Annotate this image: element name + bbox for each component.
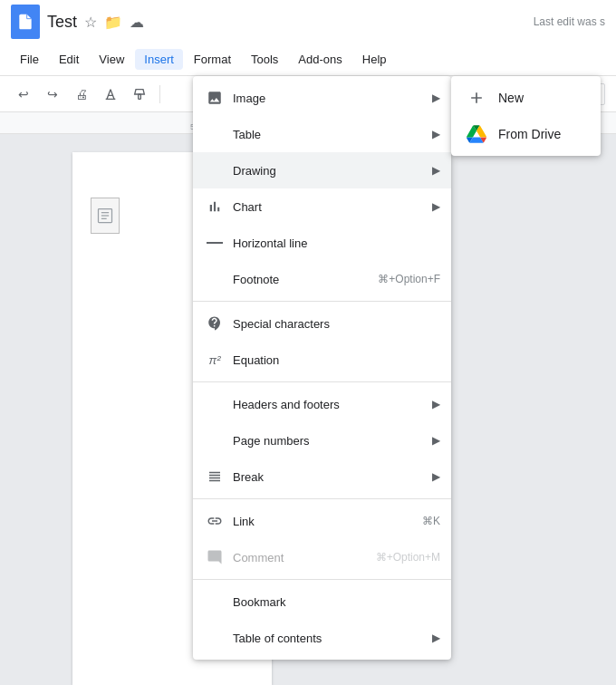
title-icons: ☆ 📁 ☁ bbox=[84, 14, 144, 31]
paint-format-button[interactable] bbox=[127, 82, 152, 107]
undo-button[interactable]: ↩ bbox=[11, 82, 36, 107]
cloud-icon[interactable]: ☁ bbox=[130, 14, 144, 31]
chart-arrow: ▶ bbox=[432, 200, 440, 213]
footnote-label: Footnote bbox=[233, 273, 378, 286]
page-lines-icon bbox=[91, 198, 120, 234]
menu-entry-break[interactable]: Break ▶ bbox=[193, 458, 451, 495]
redo-button[interactable]: ↪ bbox=[40, 82, 65, 107]
menu-entry-link[interactable]: Link ⌘K bbox=[193, 503, 451, 539]
new-icon bbox=[466, 87, 487, 109]
image-arrow: ▶ bbox=[432, 92, 440, 104]
submenu-entry-from-drive[interactable]: From Drive bbox=[451, 116, 601, 152]
menu-entry-headers-footers[interactable]: Headers and footers ▶ bbox=[193, 386, 451, 422]
footnote-shortcut: ⌘+Option+F bbox=[378, 273, 440, 285]
image-label: Image bbox=[233, 92, 432, 105]
from-drive-label: From Drive bbox=[498, 127, 561, 141]
special-chars-icon bbox=[204, 313, 226, 334]
break-arrow: ▶ bbox=[432, 470, 440, 483]
drawing-arrow: ▶ bbox=[432, 164, 440, 177]
toc-label: Table of contents bbox=[233, 632, 432, 645]
star-icon[interactable]: ☆ bbox=[84, 14, 97, 31]
footnote-icon-placeholder bbox=[204, 268, 226, 290]
divider-3 bbox=[193, 498, 451, 499]
last-edit-status: Last edit was s bbox=[534, 15, 605, 28]
special-chars-label: Special characters bbox=[233, 317, 440, 331]
menu-bar: File Edit View Insert Format Tools Add-o… bbox=[0, 43, 616, 76]
equation-label: Equation bbox=[233, 353, 440, 367]
menu-entry-equation[interactable]: π² Equation bbox=[193, 342, 451, 378]
link-icon bbox=[204, 510, 226, 532]
horizontal-line-icon bbox=[204, 232, 226, 254]
insert-dropdown-menu: Image ▶ Table ▶ Drawing ▶ Chart ▶ Horizo… bbox=[193, 76, 451, 660]
break-label: Break bbox=[233, 470, 432, 484]
title-bar: Test ☆ 📁 ☁ Last edit was s bbox=[0, 0, 616, 43]
break-icon bbox=[204, 466, 226, 487]
submenu-entry-new[interactable]: New bbox=[451, 80, 601, 116]
comment-icon bbox=[204, 546, 226, 568]
menu-entry-table[interactable]: Table ▶ bbox=[193, 116, 451, 152]
menu-file[interactable]: File bbox=[11, 49, 48, 70]
doc-icon bbox=[11, 5, 40, 39]
chart-label: Chart bbox=[233, 200, 432, 214]
table-arrow: ▶ bbox=[432, 128, 440, 140]
menu-entry-chart[interactable]: Chart ▶ bbox=[193, 188, 451, 225]
svg-rect-0 bbox=[139, 94, 141, 99]
horizontal-line-label: Horizontal line bbox=[233, 236, 440, 250]
page-numbers-icon-placeholder bbox=[204, 429, 226, 451]
headers-footers-label: Headers and footers bbox=[233, 398, 432, 411]
table-label: Table bbox=[233, 128, 432, 141]
toc-icon-placeholder bbox=[204, 627, 226, 649]
divider-2 bbox=[193, 381, 451, 382]
menu-entry-bookmark[interactable]: Bookmark bbox=[193, 584, 451, 620]
new-label: New bbox=[498, 91, 524, 105]
folder-icon[interactable]: 📁 bbox=[104, 14, 122, 31]
drive-icon bbox=[466, 123, 487, 145]
menu-entry-footnote[interactable]: Footnote ⌘+Option+F bbox=[193, 261, 451, 297]
menu-edit[interactable]: Edit bbox=[50, 49, 88, 70]
menu-tools[interactable]: Tools bbox=[242, 49, 287, 70]
menu-entry-drawing[interactable]: Drawing ▶ bbox=[193, 152, 451, 188]
menu-entry-special-characters[interactable]: Special characters bbox=[193, 305, 451, 342]
menu-addons[interactable]: Add-ons bbox=[289, 49, 351, 70]
toc-arrow: ▶ bbox=[432, 632, 440, 644]
menu-entry-table-of-contents[interactable]: Table of contents ▶ bbox=[193, 620, 451, 656]
comment-shortcut: ⌘+Option+M bbox=[376, 551, 440, 564]
toolbar-divider-1 bbox=[159, 85, 160, 103]
bookmark-label: Bookmark bbox=[233, 595, 440, 609]
doc-title: Test bbox=[47, 13, 77, 32]
menu-insert[interactable]: Insert bbox=[135, 49, 183, 70]
headers-footers-arrow: ▶ bbox=[432, 398, 440, 410]
menu-entry-comment: Comment ⌘+Option+M bbox=[193, 539, 451, 575]
menu-entry-image[interactable]: Image ▶ bbox=[193, 80, 451, 116]
divider-4 bbox=[193, 579, 451, 580]
chart-icon bbox=[204, 196, 226, 217]
headers-footers-icon-placeholder bbox=[204, 393, 226, 415]
link-label: Link bbox=[233, 515, 422, 528]
print-button[interactable]: 🖨 bbox=[69, 82, 94, 107]
bookmark-icon-placeholder bbox=[204, 591, 226, 613]
menu-entry-page-numbers[interactable]: Page numbers ▶ bbox=[193, 422, 451, 458]
link-shortcut: ⌘K bbox=[422, 515, 440, 527]
table-icon-placeholder bbox=[204, 123, 226, 145]
drawing-label: Drawing bbox=[233, 164, 432, 178]
spellcheck-button[interactable] bbox=[98, 82, 123, 107]
page-numbers-arrow: ▶ bbox=[432, 434, 440, 447]
menu-format[interactable]: Format bbox=[185, 49, 240, 70]
divider-1 bbox=[193, 301, 451, 302]
comment-label: Comment bbox=[233, 551, 376, 564]
page-numbers-label: Page numbers bbox=[233, 434, 432, 448]
image-icon bbox=[204, 87, 226, 109]
menu-view[interactable]: View bbox=[90, 49, 133, 70]
drawing-icon-placeholder bbox=[204, 159, 226, 181]
equation-icon: π² bbox=[204, 349, 226, 371]
drawing-submenu: New From Drive bbox=[451, 76, 601, 156]
menu-entry-horizontal-line[interactable]: Horizontal line bbox=[193, 225, 451, 261]
menu-help[interactable]: Help bbox=[353, 49, 396, 70]
